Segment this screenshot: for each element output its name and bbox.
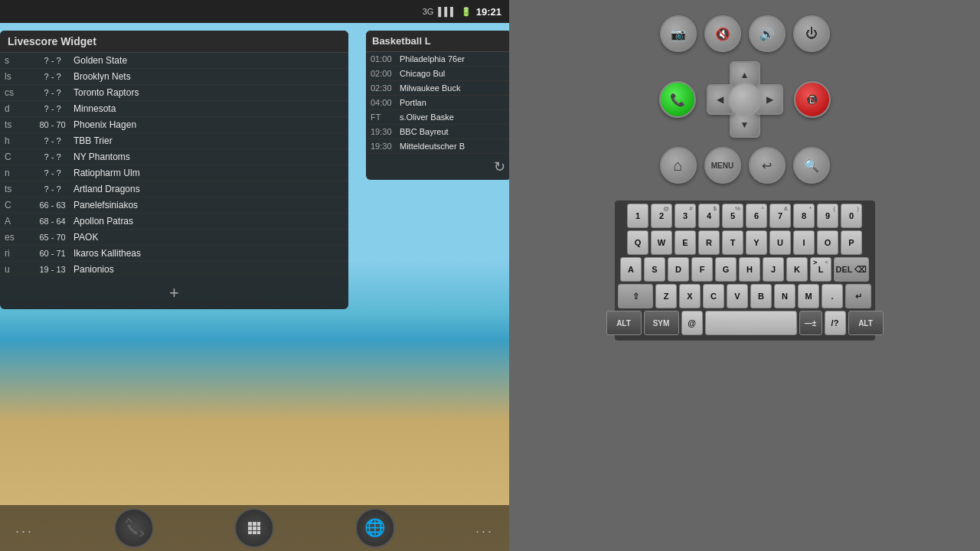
key-w[interactable]: W	[651, 230, 672, 255]
key-v[interactable]: V	[727, 284, 748, 308]
keyboard: 1 @2 #3 $4 %5 ^6 &7 *8 (9 )0 Q W E R T Y…	[615, 201, 875, 341]
basketball-row: 19:30 Mitteldeutscher B	[366, 139, 509, 154]
score-value: 80 - 70	[31, 120, 74, 129]
key-f[interactable]: F	[691, 257, 713, 282]
key-z[interactable]: Z	[655, 284, 677, 308]
score-row: ts ? - ? Artland Dragons	[0, 181, 348, 197]
beach-background: Livescore Widget s ? - ? Golden State ls…	[0, 23, 509, 551]
key-p[interactable]: P	[841, 230, 862, 255]
menu-button[interactable]: MENU	[704, 147, 741, 184]
key-0[interactable]: )0	[841, 204, 862, 228]
score-value: ? - ?	[31, 152, 74, 161]
camera-button[interactable]: 📷	[660, 15, 697, 52]
key-5[interactable]: %5	[722, 204, 743, 228]
key-at[interactable]: @	[681, 311, 703, 335]
score-row: d ? - ? Minnesota	[0, 101, 348, 117]
battery-icon: 🔋	[461, 7, 472, 17]
key-j[interactable]: J	[763, 257, 784, 282]
bball-time: 19:30	[371, 142, 400, 151]
key-n[interactable]: N	[774, 284, 795, 308]
right-panel: 📷 🔇 🔊 ⏻ 📞 ▲ ▼ ◀ ▶ 📵 ⌂ MENU ↩ 🔍 1 @2 #3 $…	[509, 0, 980, 551]
key-r[interactable]: R	[698, 230, 720, 255]
score-list: s ? - ? Golden State ls ? - ? Brooklyn N…	[0, 53, 348, 277]
browser-button[interactable]: 🌐	[355, 508, 395, 548]
key-d[interactable]: D	[668, 257, 689, 282]
key-c[interactable]: C	[703, 284, 724, 308]
svg-rect-2	[257, 522, 260, 526]
bball-team: Portlan	[400, 98, 507, 107]
key-3[interactable]: #3	[675, 204, 696, 228]
key-k[interactable]: K	[786, 257, 808, 282]
key-7[interactable]: &7	[769, 204, 791, 228]
volume-up-button[interactable]: 🔊	[749, 15, 786, 52]
key-period[interactable]: .	[822, 284, 843, 308]
score-team-left: ts	[5, 119, 31, 130]
key-space[interactable]	[705, 311, 797, 335]
key-sym[interactable]: SYM	[644, 311, 679, 335]
score-row: cs ? - ? Toronto Raptors	[0, 85, 348, 101]
svg-rect-8	[257, 531, 260, 534]
key-2[interactable]: @2	[651, 204, 672, 228]
key-x[interactable]: X	[679, 284, 701, 308]
key-m[interactable]: M	[798, 284, 819, 308]
livescore-title: Livescore Widget	[0, 31, 348, 53]
key-alt-right[interactable]: ALT	[848, 311, 884, 335]
key-1[interactable]: 1	[627, 204, 648, 228]
key-l[interactable]: <>L	[810, 257, 831, 282]
key-i[interactable]: I	[793, 230, 815, 255]
key-4[interactable]: $4	[698, 204, 720, 228]
key-g[interactable]: G	[715, 257, 737, 282]
score-team-left: C	[5, 152, 31, 162]
dpad-center-button[interactable]	[728, 83, 762, 116]
score-team-left: ri	[5, 248, 31, 259]
refresh-button[interactable]: ↻	[366, 154, 509, 180]
basketball-row: 02:30 Milwaukee Buck	[366, 81, 509, 96]
svg-rect-3	[248, 527, 252, 530]
score-row: A 68 - 64 Apollon Patras	[0, 214, 348, 230]
key-9[interactable]: (9	[817, 204, 838, 228]
key-slash-question[interactable]: /?	[825, 311, 846, 335]
back-button[interactable]: ↩	[749, 147, 786, 184]
key-shift[interactable]: ⇧	[618, 284, 653, 308]
call-accept-button[interactable]: 📞	[659, 81, 696, 118]
key-a[interactable]: A	[620, 257, 642, 282]
key-dash-special[interactable]: —±	[799, 311, 822, 335]
call-button[interactable]: 📞	[114, 508, 154, 548]
home-button[interactable]: ⌂	[660, 147, 697, 184]
volume-down-button[interactable]: 🔇	[704, 15, 741, 52]
key-t[interactable]: T	[722, 230, 743, 255]
key-8[interactable]: *8	[793, 204, 815, 228]
score-value: 60 - 71	[31, 249, 74, 258]
key-6[interactable]: ^6	[746, 204, 767, 228]
score-value: 19 - 13	[31, 265, 74, 274]
key-q[interactable]: Q	[627, 230, 648, 255]
key-u[interactable]: U	[769, 230, 791, 255]
key-enter[interactable]: ↵	[845, 284, 871, 308]
key-e[interactable]: E	[675, 230, 696, 255]
keyboard-row-asdf: A S D F G H J K <>L DEL ⌫	[618, 257, 872, 282]
call-end-button[interactable]: 📵	[794, 81, 831, 118]
score-value: ? - ?	[31, 184, 74, 194]
key-o[interactable]: O	[817, 230, 838, 255]
key-s[interactable]: S	[644, 257, 665, 282]
score-team-right: Golden State	[74, 55, 344, 66]
score-team-left: u	[5, 264, 31, 275]
score-team-right: Minnesota	[74, 103, 344, 114]
key-b[interactable]: B	[750, 284, 772, 308]
bball-time: 02:30	[371, 83, 400, 93]
search-button[interactable]: 🔍	[793, 147, 830, 184]
score-team-left: es	[5, 232, 31, 243]
score-row: n ? - ? Ratiopharm Ulm	[0, 165, 348, 181]
key-h[interactable]: H	[739, 257, 760, 282]
bball-time: FT	[371, 112, 400, 122]
key-backspace[interactable]: DEL ⌫	[834, 257, 869, 282]
score-row: s ? - ? Golden State	[0, 53, 348, 69]
apps-button[interactable]	[234, 508, 274, 548]
bball-team: Mitteldeutscher B	[400, 142, 507, 151]
power-button[interactable]: ⏻	[793, 15, 830, 52]
score-team-left: A	[5, 216, 31, 227]
add-widget-button[interactable]: +	[0, 277, 348, 309]
livescore-widget: Livescore Widget s ? - ? Golden State ls…	[0, 31, 348, 309]
key-alt-left[interactable]: ALT	[606, 311, 642, 335]
key-y[interactable]: Y	[746, 230, 767, 255]
